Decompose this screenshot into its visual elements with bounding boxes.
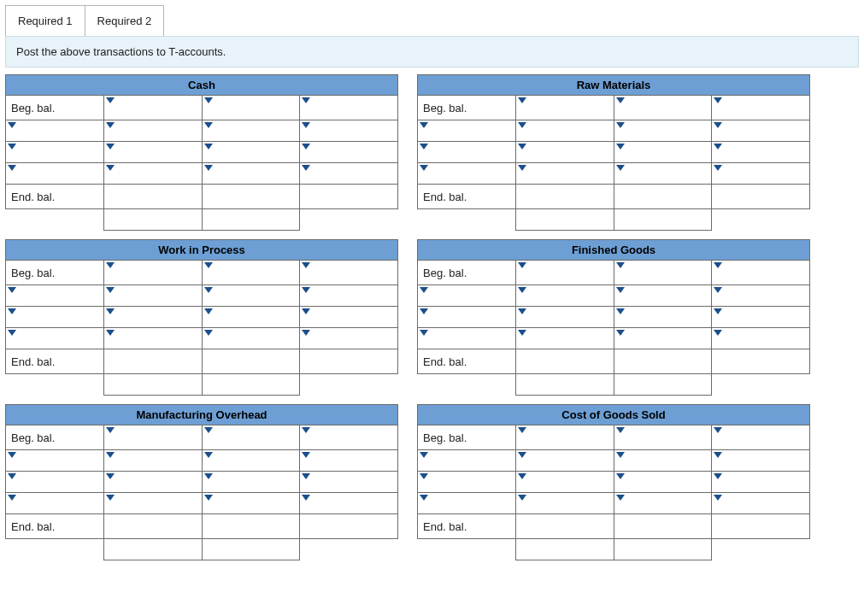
entry-input[interactable]: [300, 120, 397, 141]
dropdown-cell[interactable]: [614, 142, 712, 162]
entry-input[interactable]: [203, 285, 300, 306]
entry-input[interactable]: [712, 285, 809, 306]
entry-input[interactable]: [418, 450, 515, 471]
entry-input[interactable]: [712, 163, 809, 184]
dropdown-cell[interactable]: [516, 261, 614, 285]
entry-input[interactable]: [6, 307, 103, 327]
dropdown-cell[interactable]: [418, 328, 515, 349]
dropdown-cell[interactable]: [614, 163, 712, 184]
dropdown-cell[interactable]: [712, 328, 809, 349]
entry-input[interactable]: [104, 493, 202, 513]
dropdown-cell[interactable]: [300, 261, 397, 285]
dropdown-cell[interactable]: [104, 425, 202, 449]
dropdown-cell[interactable]: [300, 472, 397, 492]
dropdown-cell[interactable]: [104, 142, 202, 162]
entry-input[interactable]: [418, 285, 515, 306]
dropdown-cell[interactable]: [203, 120, 300, 141]
dropdown-cell[interactable]: [712, 493, 809, 513]
dropdown-cell[interactable]: [203, 142, 300, 162]
entry-input[interactable]: [300, 285, 397, 306]
entry-input[interactable]: [6, 142, 103, 162]
dropdown-cell[interactable]: [614, 96, 712, 120]
dropdown-cell[interactable]: [418, 285, 515, 306]
entry-input[interactable]: [418, 307, 515, 327]
dropdown-cell[interactable]: [614, 307, 712, 327]
entry-input[interactable]: [300, 493, 397, 513]
entry-input[interactable]: [104, 285, 202, 306]
dropdown-cell[interactable]: [516, 120, 614, 141]
entry-input[interactable]: [104, 261, 202, 285]
entry-input[interactable]: [712, 261, 809, 285]
dropdown-cell[interactable]: [712, 450, 809, 471]
dropdown-cell[interactable]: [712, 425, 809, 449]
dropdown-cell[interactable]: [104, 120, 202, 141]
entry-input[interactable]: [516, 163, 614, 184]
entry-input[interactable]: [614, 425, 712, 449]
dropdown-cell[interactable]: [614, 120, 712, 141]
entry-input[interactable]: [712, 450, 809, 471]
dropdown-cell[interactable]: [300, 163, 397, 184]
dropdown-cell[interactable]: [712, 142, 809, 162]
entry-input[interactable]: [300, 328, 397, 349]
dropdown-cell[interactable]: [300, 493, 397, 513]
dropdown-cell[interactable]: [104, 285, 202, 306]
dropdown-cell[interactable]: [516, 493, 614, 513]
dropdown-cell[interactable]: [6, 450, 103, 471]
tab-required-1[interactable]: Required 1: [5, 5, 85, 36]
entry-input[interactable]: [418, 120, 515, 141]
dropdown-cell[interactable]: [6, 472, 103, 492]
entry-input[interactable]: [104, 96, 202, 120]
entry-input[interactable]: [712, 142, 809, 162]
entry-input[interactable]: [6, 328, 103, 349]
dropdown-cell[interactable]: [614, 450, 712, 471]
entry-input[interactable]: [516, 96, 614, 120]
dropdown-cell[interactable]: [712, 307, 809, 327]
entry-input[interactable]: [418, 493, 515, 513]
dropdown-cell[interactable]: [203, 472, 300, 492]
dropdown-cell[interactable]: [104, 261, 202, 285]
entry-input[interactable]: [516, 493, 614, 513]
entry-input[interactable]: [6, 450, 103, 471]
entry-input[interactable]: [203, 163, 300, 184]
dropdown-cell[interactable]: [6, 120, 103, 141]
dropdown-cell[interactable]: [203, 163, 300, 184]
entry-input[interactable]: [516, 261, 614, 285]
dropdown-cell[interactable]: [300, 285, 397, 306]
entry-input[interactable]: [712, 307, 809, 327]
entry-input[interactable]: [300, 142, 397, 162]
entry-input[interactable]: [614, 120, 712, 141]
dropdown-cell[interactable]: [6, 285, 103, 306]
entry-input[interactable]: [104, 328, 202, 349]
entry-input[interactable]: [614, 261, 712, 285]
entry-input[interactable]: [104, 163, 202, 184]
dropdown-cell[interactable]: [516, 307, 614, 327]
entry-input[interactable]: [300, 450, 397, 471]
dropdown-cell[interactable]: [203, 493, 300, 513]
dropdown-cell[interactable]: [203, 307, 300, 327]
entry-input[interactable]: [614, 163, 712, 184]
dropdown-cell[interactable]: [300, 307, 397, 327]
dropdown-cell[interactable]: [418, 120, 515, 141]
entry-input[interactable]: [6, 285, 103, 306]
dropdown-cell[interactable]: [300, 328, 397, 349]
entry-input[interactable]: [203, 450, 300, 471]
dropdown-cell[interactable]: [614, 425, 712, 449]
entry-input[interactable]: [712, 425, 809, 449]
entry-input[interactable]: [300, 307, 397, 327]
entry-input[interactable]: [300, 425, 397, 449]
dropdown-cell[interactable]: [712, 96, 809, 120]
entry-input[interactable]: [516, 328, 614, 349]
entry-input[interactable]: [516, 450, 614, 471]
entry-input[interactable]: [104, 120, 202, 141]
entry-input[interactable]: [104, 450, 202, 471]
entry-input[interactable]: [203, 142, 300, 162]
dropdown-cell[interactable]: [300, 96, 397, 120]
dropdown-cell[interactable]: [6, 328, 103, 349]
dropdown-cell[interactable]: [6, 493, 103, 513]
entry-input[interactable]: [203, 425, 300, 449]
dropdown-cell[interactable]: [203, 285, 300, 306]
entry-input[interactable]: [614, 285, 712, 306]
dropdown-cell[interactable]: [203, 450, 300, 471]
entry-input[interactable]: [418, 142, 515, 162]
entry-input[interactable]: [203, 261, 300, 285]
